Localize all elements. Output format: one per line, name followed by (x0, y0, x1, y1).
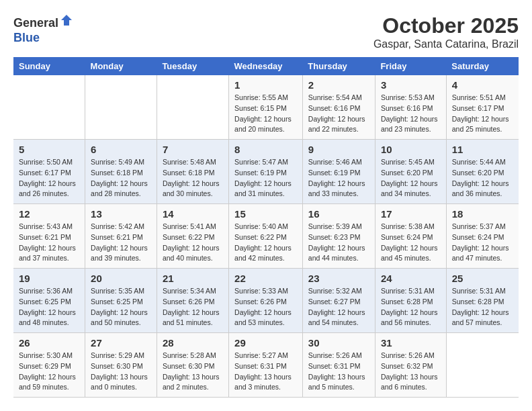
calendar-cell: 13Sunrise: 5:42 AM Sunset: 6:21 PM Dayli… (85, 204, 157, 269)
day-number: 11 (452, 144, 513, 155)
calendar-cell: 10Sunrise: 5:45 AM Sunset: 6:20 PM Dayli… (375, 140, 446, 204)
day-info: Sunrise: 5:38 AM Sunset: 6:24 PM Dayligh… (381, 222, 441, 264)
calendar-cell: 17Sunrise: 5:38 AM Sunset: 6:24 PM Dayli… (375, 204, 446, 269)
day-number: 9 (308, 144, 369, 155)
calendar-cell: 3Sunrise: 5:53 AM Sunset: 6:16 PM Daylig… (375, 75, 446, 140)
day-info: Sunrise: 5:45 AM Sunset: 6:20 PM Dayligh… (381, 157, 441, 199)
day-number: 18 (452, 208, 513, 220)
day-info: Sunrise: 5:26 AM Sunset: 6:31 PM Dayligh… (308, 351, 369, 393)
day-info: Sunrise: 5:32 AM Sunset: 6:27 PM Dayligh… (308, 286, 369, 328)
calendar-cell (13, 75, 85, 140)
day-info: Sunrise: 5:36 AM Sunset: 6:25 PM Dayligh… (19, 286, 79, 328)
calendar-cell: 23Sunrise: 5:32 AM Sunset: 6:27 PM Dayli… (302, 269, 375, 333)
calendar-cell: 25Sunrise: 5:31 AM Sunset: 6:28 PM Dayli… (446, 269, 519, 333)
calendar-cell: 4Sunrise: 5:51 AM Sunset: 6:17 PM Daylig… (446, 75, 519, 140)
calendar-cell: 14Sunrise: 5:41 AM Sunset: 6:22 PM Dayli… (157, 204, 228, 269)
day-of-week-header: Sunday (13, 57, 85, 75)
day-number: 24 (381, 273, 441, 284)
day-info: Sunrise: 5:30 AM Sunset: 6:29 PM Dayligh… (19, 351, 79, 393)
day-number: 7 (163, 144, 223, 155)
calendar-cell (85, 75, 157, 140)
calendar-body: 1Sunrise: 5:55 AM Sunset: 6:15 PM Daylig… (13, 75, 519, 398)
day-info: Sunrise: 5:51 AM Sunset: 6:17 PM Dayligh… (452, 93, 513, 135)
calendar-cell: 11Sunrise: 5:44 AM Sunset: 6:20 PM Dayli… (446, 140, 519, 204)
day-number: 22 (234, 273, 297, 284)
day-number: 10 (381, 144, 441, 155)
calendar-week-row: 5Sunrise: 5:50 AM Sunset: 6:17 PM Daylig… (13, 140, 519, 204)
svg-marker-0 (61, 15, 72, 26)
day-number: 12 (19, 208, 79, 220)
calendar-cell: 28Sunrise: 5:28 AM Sunset: 6:30 PM Dayli… (157, 333, 228, 398)
day-number: 27 (91, 337, 151, 349)
calendar-cell: 29Sunrise: 5:27 AM Sunset: 6:31 PM Dayli… (229, 333, 303, 398)
day-number: 3 (381, 79, 441, 91)
calendar-cell: 9Sunrise: 5:46 AM Sunset: 6:19 PM Daylig… (302, 140, 375, 204)
day-info: Sunrise: 5:31 AM Sunset: 6:28 PM Dayligh… (452, 286, 513, 328)
calendar-cell: 6Sunrise: 5:49 AM Sunset: 6:18 PM Daylig… (85, 140, 157, 204)
logo-general: General (13, 16, 58, 30)
calendar-cell: 26Sunrise: 5:30 AM Sunset: 6:29 PM Dayli… (13, 333, 85, 398)
logo: General Blue (13, 13, 73, 45)
day-number: 17 (381, 208, 441, 220)
day-number: 19 (19, 273, 79, 284)
calendar-cell: 30Sunrise: 5:26 AM Sunset: 6:31 PM Dayli… (302, 333, 375, 398)
day-of-week-header: Friday (375, 57, 446, 75)
day-info: Sunrise: 5:26 AM Sunset: 6:32 PM Dayligh… (381, 351, 441, 393)
day-number: 28 (163, 337, 223, 349)
day-info: Sunrise: 5:53 AM Sunset: 6:16 PM Dayligh… (381, 93, 441, 135)
calendar-cell: 7Sunrise: 5:48 AM Sunset: 6:18 PM Daylig… (157, 140, 228, 204)
day-number: 14 (163, 208, 223, 220)
logo-icon (60, 13, 73, 27)
day-number: 6 (91, 144, 151, 155)
day-info: Sunrise: 5:49 AM Sunset: 6:18 PM Dayligh… (91, 157, 151, 199)
day-info: Sunrise: 5:42 AM Sunset: 6:21 PM Dayligh… (91, 222, 151, 264)
day-number: 25 (452, 273, 513, 284)
day-number: 29 (234, 337, 297, 349)
title-block: October 2025 Gaspar, Santa Catarina, Bra… (373, 13, 519, 50)
calendar-cell: 20Sunrise: 5:35 AM Sunset: 6:25 PM Dayli… (85, 269, 157, 333)
calendar-cell: 2Sunrise: 5:54 AM Sunset: 6:16 PM Daylig… (302, 75, 375, 140)
day-info: Sunrise: 5:35 AM Sunset: 6:25 PM Dayligh… (91, 286, 151, 328)
calendar-week-row: 19Sunrise: 5:36 AM Sunset: 6:25 PM Dayli… (13, 269, 519, 333)
calendar-week-row: 26Sunrise: 5:30 AM Sunset: 6:29 PM Dayli… (13, 333, 519, 398)
calendar-cell: 8Sunrise: 5:47 AM Sunset: 6:19 PM Daylig… (229, 140, 303, 204)
day-info: Sunrise: 5:37 AM Sunset: 6:24 PM Dayligh… (452, 222, 513, 264)
day-number: 1 (234, 79, 297, 91)
day-of-week-header: Saturday (446, 57, 519, 75)
calendar-table: SundayMondayTuesdayWednesdayThursdayFrid… (13, 57, 519, 398)
day-of-week-header: Wednesday (229, 57, 303, 75)
day-number: 13 (91, 208, 151, 220)
calendar-cell: 15Sunrise: 5:40 AM Sunset: 6:22 PM Dayli… (229, 204, 303, 269)
day-info: Sunrise: 5:54 AM Sunset: 6:16 PM Dayligh… (308, 93, 369, 135)
day-info: Sunrise: 5:33 AM Sunset: 6:26 PM Dayligh… (234, 286, 297, 328)
calendar-cell: 1Sunrise: 5:55 AM Sunset: 6:15 PM Daylig… (229, 75, 303, 140)
calendar-cell: 31Sunrise: 5:26 AM Sunset: 6:32 PM Dayli… (375, 333, 446, 398)
day-of-week-header: Tuesday (157, 57, 228, 75)
day-info: Sunrise: 5:27 AM Sunset: 6:31 PM Dayligh… (234, 351, 297, 393)
calendar-cell (157, 75, 228, 140)
day-number: 15 (234, 208, 297, 220)
day-info: Sunrise: 5:40 AM Sunset: 6:22 PM Dayligh… (234, 222, 297, 264)
day-number: 26 (19, 337, 79, 349)
day-number: 30 (308, 337, 369, 349)
location: Gaspar, Santa Catarina, Brazil (373, 38, 519, 50)
page-header: General Blue October 2025 Gaspar, Santa … (13, 13, 519, 50)
day-info: Sunrise: 5:29 AM Sunset: 6:30 PM Dayligh… (91, 351, 151, 393)
day-info: Sunrise: 5:28 AM Sunset: 6:30 PM Dayligh… (163, 351, 223, 393)
day-of-week-header: Monday (85, 57, 157, 75)
day-info: Sunrise: 5:48 AM Sunset: 6:18 PM Dayligh… (163, 157, 223, 199)
day-info: Sunrise: 5:55 AM Sunset: 6:15 PM Dayligh… (234, 93, 297, 135)
day-info: Sunrise: 5:34 AM Sunset: 6:26 PM Dayligh… (163, 286, 223, 328)
calendar-week-row: 12Sunrise: 5:43 AM Sunset: 6:21 PM Dayli… (13, 204, 519, 269)
calendar-cell: 12Sunrise: 5:43 AM Sunset: 6:21 PM Dayli… (13, 204, 85, 269)
calendar-cell: 24Sunrise: 5:31 AM Sunset: 6:28 PM Dayli… (375, 269, 446, 333)
day-number: 4 (452, 79, 513, 91)
calendar-cell: 18Sunrise: 5:37 AM Sunset: 6:24 PM Dayli… (446, 204, 519, 269)
month-title: October 2025 (373, 13, 519, 38)
day-info: Sunrise: 5:43 AM Sunset: 6:21 PM Dayligh… (19, 222, 79, 264)
calendar-cell: 5Sunrise: 5:50 AM Sunset: 6:17 PM Daylig… (13, 140, 85, 204)
day-number: 20 (91, 273, 151, 284)
calendar-cell (446, 333, 519, 398)
day-info: Sunrise: 5:50 AM Sunset: 6:17 PM Dayligh… (19, 157, 79, 199)
day-number: 5 (19, 144, 79, 155)
